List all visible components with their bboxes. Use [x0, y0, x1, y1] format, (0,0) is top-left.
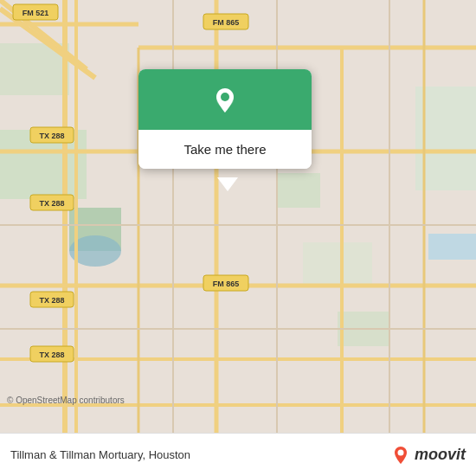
bottom-bar: Tillman & Tillman Mortuary, Houston moov… — [0, 433, 476, 476]
svg-text:TX 288: TX 288 — [39, 296, 64, 305]
map-view: FM 521 FM 865 FM 865 FM 865 TX 288 TX 28… — [0, 0, 476, 433]
location-popup: Take me there — [138, 69, 312, 169]
svg-point-47 — [397, 449, 403, 455]
svg-text:FM 521: FM 521 — [23, 9, 49, 17]
svg-text:FM 865: FM 865 — [213, 18, 240, 27]
take-me-there-button[interactable]: Take me there — [138, 130, 312, 169]
popup-arrow — [217, 177, 238, 191]
moovit-pin-icon — [390, 445, 411, 466]
svg-rect-4 — [277, 173, 320, 208]
svg-text:TX 288: TX 288 — [39, 199, 64, 208]
svg-text:TX 288: TX 288 — [39, 132, 64, 140]
svg-text:FM 865: FM 865 — [213, 280, 240, 288]
moovit-logo: moovit — [390, 445, 466, 466]
location-pin-icon — [209, 85, 241, 118]
location-label: Tillman & Tillman Mortuary, Houston — [10, 448, 190, 461]
svg-rect-7 — [303, 242, 372, 286]
svg-point-46 — [221, 93, 229, 101]
svg-rect-9 — [428, 234, 476, 260]
svg-text:TX 288: TX 288 — [39, 351, 64, 359]
osm-attribution: © OpenStreetMap contributors — [7, 396, 125, 405]
popup-header — [138, 69, 312, 130]
moovit-brand-name: moovit — [415, 446, 466, 464]
